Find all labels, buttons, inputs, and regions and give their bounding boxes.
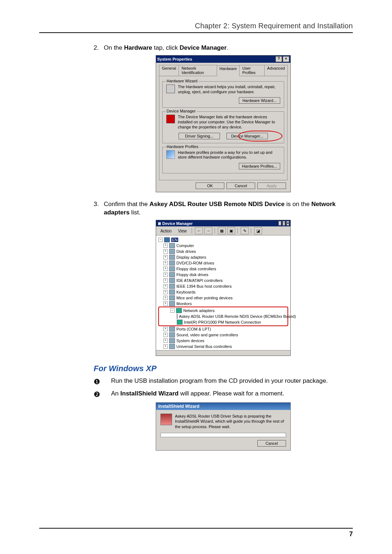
tree-node-network-adapters[interactable]: Network adapters (159, 308, 287, 313)
step-text: Confirm that the Askey ADSL Router USB R… (104, 200, 353, 217)
ok-button[interactable]: OK (196, 182, 224, 189)
collapse-icon[interactable] (170, 308, 175, 313)
tree-node[interactable]: Universal Serial Bus controllers (158, 344, 288, 349)
separator (215, 228, 215, 234)
menubar: Action View ← → ▦ ▣ ✎ ◪ (156, 226, 290, 235)
text: list. (130, 209, 140, 216)
chapter-heading: Chapter 2: System Requirement and Instal… (39, 22, 353, 33)
tree-node[interactable]: Keyboards (158, 289, 288, 295)
device-icon (169, 332, 175, 337)
hardware-profiles-button[interactable]: Hardware Profiles... (239, 163, 280, 169)
expand-icon[interactable] (163, 333, 168, 337)
expand-icon[interactable] (163, 243, 168, 248)
dialog-footer: OK Cancel Apply (159, 180, 287, 189)
collapse-icon[interactable] (158, 238, 163, 242)
tree-leaf[interactable]: Askey ADSL Router USB Remote NDIS Device… (159, 313, 287, 319)
toolbar-icon[interactable]: ◪ (254, 227, 262, 234)
device-icon (169, 272, 175, 277)
hardware-wizard-button[interactable]: Hardware Wizard... (239, 97, 280, 104)
back-icon[interactable]: ← (195, 227, 203, 234)
device-icon (169, 327, 175, 332)
text: tap, click (152, 44, 180, 51)
titlebar: 🖥 Device Manager _ □ × (156, 220, 290, 226)
group-legend: Hardware Profiles (166, 144, 199, 149)
bold: Askey ADSL Router USB Remote NDIS Device (150, 201, 285, 208)
tree-leaf[interactable]: Intel(R) PRO/1000 PM Network Connection (159, 319, 287, 325)
tree-label: Monitors (176, 301, 192, 306)
tab-network-identification[interactable]: Network Identification (179, 65, 217, 76)
text: is on the (285, 201, 311, 208)
text: An (111, 390, 121, 397)
group-device-manager: Device Manager The Device Manager lists … (162, 111, 284, 143)
properties-icon[interactable]: ✎ (241, 227, 249, 234)
tree-label: Askey ADSL Router USB Remote NDIS Device… (179, 314, 296, 319)
tree-node[interactable]: System devices (158, 338, 288, 344)
tree-label: Disk drives (176, 249, 196, 254)
expand-icon[interactable] (163, 327, 168, 331)
document-page: { "chapter_heading": "Chapter 2: System … (0, 0, 392, 554)
tree-label: Computer (176, 243, 194, 248)
tree-label: Keyboards (176, 290, 196, 294)
expand-icon[interactable] (163, 261, 168, 265)
cancel-button[interactable]: Cancel (226, 182, 255, 189)
tree-label: DVD/CD-ROM drives (176, 261, 214, 265)
step-number: 2. (94, 44, 104, 52)
tab-general[interactable]: General (159, 65, 179, 76)
tree-node[interactable]: IEEE 1394 Bus host controllers (158, 283, 288, 289)
tree-node[interactable]: Disk drives (158, 249, 288, 254)
device-icon (169, 295, 175, 300)
tree-node[interactable]: Mice and other pointing devices (158, 295, 288, 301)
minimize-icon[interactable]: _ (278, 221, 281, 226)
tree-label: IEEE 1394 Bus host controllers (176, 284, 232, 288)
content-column: 2. On the Hardware tap, click Device Man… (94, 44, 353, 451)
expand-icon[interactable] (163, 278, 168, 283)
maximize-icon[interactable]: □ (282, 221, 285, 226)
tree-node[interactable]: Floppy disk drives (158, 272, 288, 278)
expand-icon[interactable] (163, 338, 168, 343)
expand-icon[interactable] (163, 255, 168, 259)
expand-icon[interactable] (163, 267, 168, 271)
tree-node[interactable]: DVD/CD-ROM drives (158, 260, 288, 266)
menu-action[interactable]: Action (158, 229, 175, 233)
expand-icon[interactable] (163, 284, 168, 288)
tab-hardware[interactable]: Hardware (217, 65, 240, 76)
list-item: ❷ An InstallShield Wizard will appear. P… (94, 390, 353, 399)
expand-icon[interactable] (163, 344, 168, 349)
tab-advanced[interactable]: Advanced (264, 65, 288, 76)
cancel-button[interactable]: Cancel (257, 440, 286, 447)
tree-node[interactable]: Display adapters (158, 254, 288, 260)
expand-icon[interactable] (163, 290, 168, 294)
tree-node[interactable]: Computer (158, 243, 288, 249)
menu-view[interactable]: View (175, 229, 190, 233)
expand-icon[interactable] (163, 296, 168, 300)
step-number: 3. (94, 200, 104, 217)
figure-system-properties: System Properties ? × General Network Id… (94, 55, 353, 192)
step-text: On the Hardware tap, click Device Manage… (104, 44, 353, 52)
tree-node[interactable]: IDE ATA/ATAPI controllers (158, 278, 288, 283)
driver-signing-button[interactable]: Driver Signing... (179, 133, 220, 139)
close-icon[interactable]: × (283, 56, 289, 62)
help-icon[interactable]: ? (275, 56, 282, 62)
tree-node[interactable]: Ports (COM & LPT) (158, 326, 288, 332)
expand-icon[interactable] (163, 249, 168, 254)
step-badge-2: ❷ (94, 390, 111, 399)
figure-installshield: InstallShield Wizard Askey ADSL Router U… (94, 402, 353, 451)
step-2: 2. On the Hardware tap, click Device Man… (94, 44, 353, 52)
expand-icon[interactable] (163, 301, 168, 306)
text: . (226, 44, 228, 51)
expand-icon[interactable] (163, 272, 168, 277)
device-icon (169, 338, 175, 343)
tree-node[interactable]: Floppy disk controllers (158, 266, 288, 272)
apply-button[interactable]: Apply (257, 182, 286, 189)
tree-node[interactable]: Sound, video and game controllers (158, 332, 288, 338)
close-icon[interactable]: × (286, 221, 289, 226)
hardware-profiles-icon (166, 150, 175, 159)
tree-root-label: EN (171, 238, 178, 242)
toolbar-icon[interactable]: ▦ (218, 227, 226, 234)
tree-root[interactable]: EN (158, 237, 288, 243)
tab-user-profiles[interactable]: User Profiles (239, 65, 265, 76)
tree-node[interactable]: Monitors (158, 301, 288, 307)
forward-icon[interactable]: → (204, 227, 212, 234)
toolbar-icon[interactable]: ▣ (227, 227, 235, 234)
red-highlight-ellipse (238, 131, 282, 141)
